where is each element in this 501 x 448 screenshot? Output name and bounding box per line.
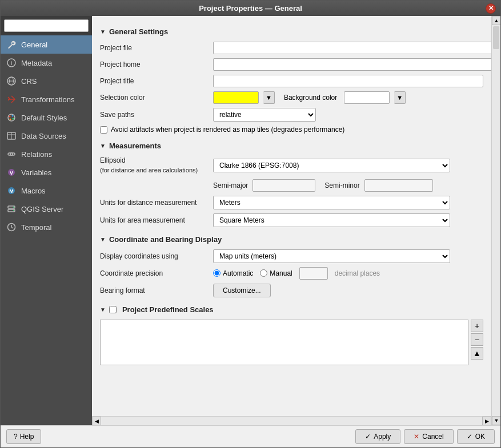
area-row: Units for area measurement Square Meters	[100, 213, 483, 227]
semi-row: Semi-major 6378206.400 Semi-minor 635658…	[100, 179, 483, 192]
apply-checkmark-icon: ✓	[365, 433, 371, 441]
sidebar-label-data-sources: Data Sources	[21, 132, 66, 140]
selection-color-button[interactable]	[213, 91, 259, 104]
cancel-button[interactable]: ✕ Cancel	[404, 429, 453, 444]
search-input[interactable]	[4, 19, 89, 32]
sidebar-item-relations[interactable]: Relations	[1, 145, 92, 163]
general-settings-arrow[interactable]: ▼	[100, 29, 106, 35]
avoid-artifacts-row: Avoid artifacts when project is rendered…	[100, 126, 483, 134]
search-bar	[1, 16, 92, 35]
sidebar-label-relations: Relations	[21, 150, 52, 159]
scroll-right-button[interactable]: ▶	[482, 417, 491, 426]
horizontal-scrollbar[interactable]: ◀ ▶	[92, 416, 491, 425]
selection-color-dropdown[interactable]: ▼	[263, 91, 275, 104]
ok-button[interactable]: ✓ OK	[457, 429, 495, 444]
predefined-scales-arrow[interactable]: ▼	[100, 306, 106, 313]
main-scroll-area: ▼ General Settings Project file /mnt/hhd…	[92, 16, 491, 416]
main-content: ▼ General Settings Project file /mnt/hhd…	[92, 16, 491, 425]
scroll-left-button[interactable]: ◀	[92, 417, 101, 426]
project-file-input[interactable]: /mnt/hhd/qgis-projects/fb-d4g.qgz	[213, 42, 491, 54]
coord-precision-radio-group: Automatic Manual 2 decimal places	[213, 267, 380, 280]
project-file-label: Project file	[100, 44, 209, 52]
avoid-artifacts-checkbox[interactable]	[100, 126, 107, 134]
decimal-places-label: decimal places	[335, 269, 380, 277]
var-icon: V	[6, 167, 17, 177]
scroll-thumb-track	[492, 25, 500, 416]
project-title-row: Project title	[100, 75, 483, 87]
scroll-thumb[interactable]	[493, 26, 499, 49]
automatic-radio-label[interactable]: Automatic	[213, 269, 253, 277]
remove-scale-button[interactable]: −	[471, 333, 483, 346]
automatic-label: Automatic	[223, 269, 253, 277]
project-home-row: Project home ...	[100, 58, 483, 71]
svg-point-6	[9, 116, 11, 118]
sidebar-item-transformations[interactable]: Transformations	[1, 90, 92, 108]
sidebar-item-default-styles[interactable]: Default Styles	[1, 108, 92, 127]
cancel-x-icon: ✕	[414, 433, 419, 441]
predefined-scales-header: ▼ Project Predefined Scales	[100, 305, 483, 314]
sidebar-item-macros[interactable]: M Macros	[1, 181, 92, 200]
window-title: Project Properties — General	[199, 4, 302, 13]
project-file-input-group: /mnt/hhd/qgis-projects/fb-d4g.qgz 📁	[213, 42, 491, 54]
svg-text:V: V	[10, 170, 13, 176]
ok-check-icon: ✓	[467, 433, 472, 441]
help-button[interactable]: ? Help	[6, 429, 41, 444]
apply-button[interactable]: ✓ Apply	[355, 429, 400, 444]
ok-label: OK	[475, 433, 485, 441]
ellipsoid-select[interactable]: Clarke 1866 (EPSG:7008)	[213, 159, 450, 172]
background-color-button[interactable]	[344, 91, 390, 104]
svg-text:M: M	[9, 188, 14, 194]
area-select[interactable]: Square Meters	[213, 213, 450, 227]
sidebar-item-data-sources[interactable]: Data Sources	[1, 127, 92, 145]
distance-select[interactable]: Meters	[213, 196, 450, 209]
color-row: Selection color ▼ Background color ▼	[100, 91, 483, 104]
add-scale-button[interactable]: +	[471, 320, 483, 332]
cancel-label: Cancel	[422, 433, 443, 441]
svg-point-20	[13, 210, 14, 211]
display-coords-row: Display coordinates using Map units (met…	[100, 249, 483, 263]
sidebar-item-crs[interactable]: CRS	[1, 72, 92, 90]
sidebar-item-variables[interactable]: V Variables	[1, 163, 92, 181]
save-paths-select[interactable]: relative absolute	[213, 108, 316, 122]
sidebar-item-general[interactable]: General	[1, 35, 92, 54]
sidebar-item-temporal[interactable]: Temporal	[1, 218, 92, 236]
measurements-arrow[interactable]: ▼	[100, 143, 106, 149]
display-coords-select[interactable]: Map units (meters)	[213, 249, 450, 263]
help-label: Help	[20, 433, 34, 441]
sidebar-item-metadata[interactable]: i Metadata	[1, 54, 92, 72]
manual-radio[interactable]	[260, 269, 267, 277]
table-icon	[6, 131, 17, 141]
manual-radio-label[interactable]: Manual	[260, 269, 292, 277]
coordinate-bearing-arrow[interactable]: ▼	[100, 236, 106, 243]
background-color-dropdown[interactable]: ▼	[394, 91, 406, 104]
help-icon: ?	[14, 433, 18, 441]
measurements-title: Measurements	[109, 142, 161, 150]
sidebar-label-qgis-server: QGIS Server	[21, 205, 63, 213]
manual-label: Manual	[270, 269, 292, 277]
svg-line-23	[11, 227, 13, 228]
bearing-format-row: Bearing format Customize...	[100, 284, 483, 297]
automatic-radio[interactable]	[213, 269, 221, 277]
project-home-label: Project home	[100, 60, 209, 68]
close-button[interactable]: ✕	[486, 3, 496, 14]
server-icon	[6, 204, 17, 214]
move-up-scale-button[interactable]: ▲	[471, 347, 483, 360]
svg-point-9	[10, 119, 11, 120]
sidebar-label-general: General	[21, 41, 47, 49]
title-bar: Project Properties — General ✕	[1, 1, 500, 16]
project-title-input[interactable]	[213, 75, 483, 87]
customize-button[interactable]: Customize...	[213, 284, 271, 297]
distance-label: Units for distance measurement	[100, 199, 209, 207]
ellipsoid-label-text: Ellipsoid(for distance and area calculat…	[100, 156, 209, 175]
background-color-label: Background color	[284, 94, 337, 102]
selection-color-label: Selection color	[100, 94, 209, 102]
semi-minor-input: 6356583.800	[364, 179, 433, 192]
project-home-input[interactable]	[213, 58, 491, 71]
scroll-down-button[interactable]: ▼	[492, 416, 500, 425]
scroll-up-button[interactable]: ▲	[492, 16, 500, 25]
predefined-scales-checkbox[interactable]	[109, 306, 117, 313]
apply-label: Apply	[374, 433, 391, 441]
coord-precision-label: Coordinate precision	[100, 269, 209, 277]
decimal-input[interactable]: 2	[299, 267, 328, 280]
sidebar-item-qgis-server[interactable]: QGIS Server	[1, 200, 92, 218]
